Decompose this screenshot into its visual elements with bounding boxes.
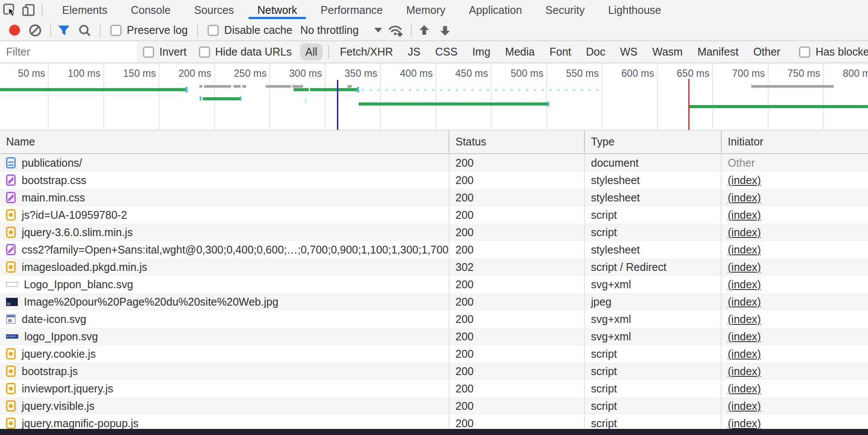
initiator-link[interactable]: (index) bbox=[728, 348, 761, 360]
throttling-dropdown[interactable]: No throttling bbox=[300, 24, 382, 36]
filter-pill-img[interactable]: Img bbox=[467, 43, 496, 60]
filter-pill-ws[interactable]: WS bbox=[615, 43, 643, 60]
name-cell[interactable]: jquery.visible.js bbox=[0, 397, 449, 415]
name-cell[interactable]: main.min.css bbox=[0, 189, 449, 206]
table-row[interactable]: css2?family=Open+Sans:ital,wght@0,300;0,… bbox=[0, 241, 868, 258]
table-row[interactable]: inviewport.jquery.js200script(index) bbox=[0, 380, 868, 397]
table-row[interactable]: date-icon.svg200svg+xml(index) bbox=[0, 310, 868, 328]
tab-application[interactable]: Application bbox=[457, 0, 534, 20]
initiator-link[interactable]: (index) bbox=[728, 278, 761, 291]
table-row[interactable]: publications/200documentOther bbox=[0, 154, 868, 171]
initiator-link[interactable]: (index) bbox=[728, 191, 761, 204]
clear-network-log-button[interactable] bbox=[26, 21, 44, 40]
name-cell[interactable]: publications/ bbox=[0, 154, 449, 171]
tab-security[interactable]: Security bbox=[534, 0, 596, 20]
table-row[interactable]: jquery.cookie.js200script(index) bbox=[0, 345, 868, 362]
filter-pill-other[interactable]: Other bbox=[748, 43, 786, 60]
filter-pill-manifest[interactable]: Manifest bbox=[692, 43, 743, 60]
filter-pill-js[interactable]: JS bbox=[403, 43, 426, 60]
status-cell: 200 bbox=[449, 293, 584, 310]
import-har-icon[interactable] bbox=[415, 21, 433, 40]
filter-pill-fetch-xhr[interactable]: Fetch/XHR bbox=[335, 43, 398, 60]
waterfall-bar bbox=[240, 96, 241, 101]
name-cell[interactable]: inviewport.jquery.js bbox=[0, 380, 449, 397]
initiator-link[interactable]: (index) bbox=[728, 296, 761, 308]
filter-pill-all[interactable]: All bbox=[300, 43, 323, 60]
filter-input[interactable] bbox=[0, 41, 137, 63]
tab-elements[interactable]: Elements bbox=[50, 0, 119, 20]
has-blocked-cookies-toggle[interactable]: Has blocked cookies bbox=[799, 46, 868, 58]
table-row[interactable]: Image%20pour%20Page%20du%20site%20Web.jp… bbox=[0, 293, 868, 310]
table-row[interactable]: jquery-3.6.0.slim.min.js200script(index) bbox=[0, 224, 868, 241]
script-icon bbox=[6, 261, 16, 273]
table-row[interactable]: logo_Ippon.svg200svg+xml(index) bbox=[0, 328, 868, 345]
column-header-status[interactable]: Status bbox=[449, 130, 584, 153]
initiator-link[interactable]: (index) bbox=[728, 244, 761, 256]
initiator-link[interactable]: (index) bbox=[728, 226, 761, 239]
initiator-link[interactable]: (index) bbox=[728, 382, 761, 395]
initiator-link[interactable]: (index) bbox=[728, 417, 761, 430]
name-cell[interactable]: css2?family=Open+Sans:ital,wght@0,300;0,… bbox=[0, 241, 449, 258]
network-conditions-icon[interactable] bbox=[386, 21, 405, 40]
name-cell[interactable]: js?id=UA-10959780-2 bbox=[0, 206, 449, 224]
invert-checkbox[interactable] bbox=[143, 46, 154, 58]
initiator-link[interactable]: (index) bbox=[728, 313, 761, 326]
disable-cache-toggle[interactable]: Disable cache bbox=[208, 24, 292, 36]
column-header-initiator[interactable]: Initiator bbox=[721, 130, 868, 153]
table-row[interactable]: Logo_Ippon_blanc.svg200svg+xml(index) bbox=[0, 276, 868, 293]
tab-lighthouse[interactable]: Lighthouse bbox=[596, 0, 673, 20]
tab-network[interactable]: Network bbox=[246, 0, 309, 20]
initiator-link[interactable]: (index) bbox=[728, 365, 761, 378]
name-cell[interactable]: bootstrap.css bbox=[0, 171, 449, 189]
initiator-link[interactable]: (index) bbox=[728, 174, 761, 187]
device-toolbar-icon[interactable] bbox=[19, 0, 38, 20]
hide-data-urls-toggle[interactable]: Hide data URLs bbox=[199, 46, 292, 58]
filter-pill-doc[interactable]: Doc bbox=[581, 43, 610, 60]
name-cell[interactable]: date-icon.svg bbox=[0, 310, 449, 328]
filter-pill-font[interactable]: Font bbox=[544, 43, 576, 60]
tab-sources[interactable]: Sources bbox=[182, 0, 246, 20]
disable-cache-checkbox[interactable] bbox=[208, 25, 219, 36]
search-icon[interactable] bbox=[76, 21, 94, 40]
hide-data-urls-checkbox[interactable] bbox=[199, 46, 210, 58]
filter-pill-css[interactable]: CSS bbox=[430, 43, 462, 60]
tab-performance[interactable]: Performance bbox=[309, 0, 394, 20]
table-row[interactable]: imagesloaded.pkgd.min.js302script / Redi… bbox=[0, 258, 868, 276]
tab-memory[interactable]: Memory bbox=[394, 0, 457, 20]
column-header-name[interactable]: Name bbox=[0, 130, 449, 153]
initiator-link[interactable]: (index) bbox=[728, 209, 761, 221]
preserve-log-label: Preserve log bbox=[127, 24, 188, 36]
name-cell[interactable]: jquery.cookie.js bbox=[0, 345, 449, 362]
name-cell[interactable]: jquery-3.6.0.slim.min.js bbox=[0, 224, 449, 241]
record-network-log-button[interactable] bbox=[5, 21, 23, 40]
table-row[interactable]: main.min.css200stylesheet(index) bbox=[0, 189, 868, 206]
panel-tabs: ElementsConsoleSourcesNetworkPerformance… bbox=[50, 0, 673, 20]
column-header-type[interactable]: Type bbox=[584, 130, 721, 153]
inspect-element-icon[interactable] bbox=[0, 0, 19, 20]
filter-pill-wasm[interactable]: Wasm bbox=[647, 43, 688, 60]
has-blocked-cookies-checkbox[interactable] bbox=[799, 46, 810, 58]
export-har-icon[interactable] bbox=[436, 21, 454, 40]
waterfall-bar bbox=[541, 89, 544, 91]
waterfall-bar bbox=[204, 85, 231, 88]
table-row[interactable]: jquery.visible.js200script(index) bbox=[0, 397, 868, 415]
request-name: jquery-3.6.0.slim.min.js bbox=[22, 226, 133, 239]
preserve-log-toggle[interactable]: Preserve log bbox=[110, 24, 188, 36]
preserve-log-checkbox[interactable] bbox=[110, 25, 122, 36]
initiator-link[interactable]: (index) bbox=[728, 400, 761, 412]
network-overview-timeline[interactable]: 50 ms100 ms150 ms200 ms250 ms300 ms350 m… bbox=[0, 63, 868, 130]
initiator-link[interactable]: (index) bbox=[728, 261, 761, 274]
name-cell[interactable]: Image%20pour%20Page%20du%20site%20Web.jp… bbox=[0, 293, 449, 310]
table-row[interactable]: js?id=UA-10959780-2200script(index) bbox=[0, 206, 868, 224]
filter-toggle-icon[interactable] bbox=[55, 21, 73, 40]
table-row[interactable]: bootstrap.js200script(index) bbox=[0, 362, 868, 380]
name-cell[interactable]: Logo_Ippon_blanc.svg bbox=[0, 276, 449, 293]
tab-console[interactable]: Console bbox=[119, 0, 182, 20]
name-cell[interactable]: logo_Ippon.svg bbox=[0, 328, 449, 345]
filter-pill-media[interactable]: Media bbox=[500, 43, 540, 60]
name-cell[interactable]: bootstrap.js bbox=[0, 362, 449, 380]
name-cell[interactable]: imagesloaded.pkgd.min.js bbox=[0, 258, 449, 276]
table-row[interactable]: bootstrap.css200stylesheet(index) bbox=[0, 171, 868, 189]
initiator-link[interactable]: (index) bbox=[728, 330, 761, 343]
invert-toggle[interactable]: Invert bbox=[143, 46, 187, 58]
